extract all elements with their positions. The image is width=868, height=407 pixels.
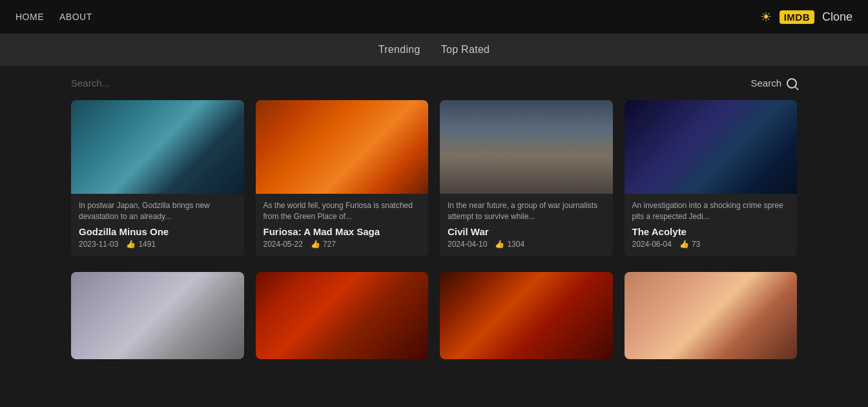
card-title: Civil War	[448, 226, 605, 237]
imdb-logo: IMDB	[780, 10, 814, 24]
bottom-movie-card[interactable]	[625, 272, 798, 359]
card-body: In the near future, a group of war journ…	[440, 194, 613, 256]
tabs-bar: Trending Top Rated	[0, 34, 868, 66]
card-likes: 👍 727	[311, 240, 336, 249]
card-likes: 👍 73	[679, 240, 700, 249]
tab-top-rated[interactable]: Top Rated	[441, 44, 490, 56]
thumbs-up-icon: 👍	[679, 240, 689, 249]
nav-home[interactable]: HOME	[16, 12, 44, 22]
tab-trending[interactable]: Trending	[378, 44, 420, 56]
movie-poster	[256, 100, 429, 194]
bottom-movie-card[interactable]	[71, 272, 244, 359]
card-title: The Acolyte	[632, 226, 790, 237]
card-date: 2024-06-04	[632, 240, 672, 249]
card-meta: 2023-11-03 👍 1491	[79, 240, 236, 249]
card-description: As the world fell, young Furiosa is snat…	[264, 200, 421, 222]
movie-poster	[71, 100, 244, 194]
movie-card[interactable]: As the world fell, young Furiosa is snat…	[256, 100, 429, 256]
theme-toggle-icon[interactable]: ☀	[760, 9, 772, 25]
like-count: 727	[323, 240, 336, 249]
thumbs-up-icon: 👍	[495, 240, 504, 249]
bottom-movie-card[interactable]	[256, 272, 429, 359]
like-count: 73	[692, 240, 700, 249]
navbar: HOME ABOUT ☀ IMDB Clone	[0, 0, 868, 34]
movie-poster	[440, 100, 613, 194]
nav-right: ☀ IMDB Clone	[760, 9, 852, 25]
card-date: 2024-05-22	[264, 240, 303, 249]
card-title: Godzilla Minus One	[79, 226, 236, 237]
thumbs-up-icon: 👍	[311, 240, 320, 249]
movie-card[interactable]: In postwar Japan, Godzilla brings new de…	[71, 100, 244, 256]
bottom-movie-card[interactable]	[440, 272, 613, 359]
card-likes: 👍 1491	[126, 240, 156, 249]
search-input[interactable]	[71, 78, 265, 89]
movie-grid: In postwar Japan, Godzilla brings new de…	[0, 100, 868, 272]
search-bar: Search	[0, 66, 868, 100]
search-button[interactable]: Search	[750, 78, 797, 89]
card-meta: 2024-06-04 👍 73	[632, 240, 790, 249]
clone-label: Clone	[822, 10, 852, 24]
nav-links: HOME ABOUT	[16, 12, 92, 22]
card-title: Furiosa: A Mad Max Saga	[264, 226, 421, 237]
like-count: 1491	[138, 240, 156, 249]
movie-poster	[625, 100, 798, 194]
card-meta: 2024-05-22 👍 727	[264, 240, 421, 249]
card-likes: 👍 1304	[495, 240, 524, 249]
card-description: An investigation into a shocking crime s…	[632, 200, 790, 222]
movie-card[interactable]: An investigation into a shocking crime s…	[625, 100, 798, 256]
card-date: 2023-11-03	[79, 240, 118, 249]
card-body: An investigation into a shocking crime s…	[625, 194, 798, 256]
card-body: As the world fell, young Furiosa is snat…	[256, 194, 429, 256]
search-button-label: Search	[750, 78, 781, 89]
card-description: In the near future, a group of war journ…	[448, 200, 605, 222]
thumbs-up-icon: 👍	[126, 240, 136, 249]
card-body: In postwar Japan, Godzilla brings new de…	[71, 194, 244, 256]
movie-card[interactable]: In the near future, a group of war journ…	[440, 100, 613, 256]
search-icon	[787, 78, 797, 89]
bottom-row	[0, 272, 868, 359]
card-date: 2024-04-10	[448, 240, 487, 249]
card-meta: 2024-04-10 👍 1304	[448, 240, 605, 249]
like-count: 1304	[507, 240, 524, 249]
nav-about[interactable]: ABOUT	[59, 12, 92, 22]
card-description: In postwar Japan, Godzilla brings new de…	[79, 200, 236, 222]
